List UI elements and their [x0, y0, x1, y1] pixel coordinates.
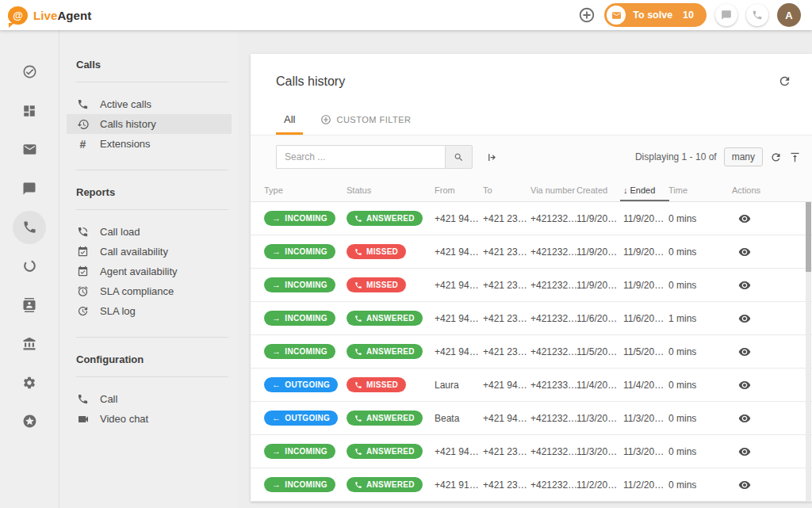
reload-list-button[interactable] [770, 151, 782, 163]
align-top-icon [789, 151, 801, 163]
view-call-button[interactable] [738, 246, 751, 258]
view-call-button[interactable] [738, 279, 751, 292]
menu-item-sla-compliance[interactable]: SLA compliance [67, 281, 232, 301]
add-button[interactable] [578, 6, 596, 24]
search-input[interactable] [276, 145, 445, 169]
cell-ended: 11/3/20… [623, 446, 668, 457]
view-call-button[interactable] [738, 445, 751, 458]
eye-icon [738, 212, 751, 225]
col-time[interactable]: Time [668, 178, 732, 201]
view-call-button[interactable] [738, 212, 751, 225]
rail-calls-button[interactable] [10, 208, 49, 246]
phone-icon [354, 248, 362, 256]
to-solve-count: 10 [683, 10, 694, 21]
menu-item-call-availability[interactable]: Call availability [67, 242, 232, 262]
table-row[interactable]: → INCOMING ANSWERED +421 91… [251, 468, 812, 502]
cell-time: 0 mins [668, 380, 732, 391]
rail-upgrade-button[interactable] [10, 402, 49, 441]
cell-ended: 11/9/20… [623, 213, 668, 224]
cell-ended: 11/9/20… [623, 280, 668, 291]
chat-button[interactable] [715, 4, 737, 26]
envelope-icon [607, 6, 626, 25]
cell-time: 0 mins [668, 479, 732, 491]
menu-item-call-load[interactable]: Call load [67, 222, 232, 242]
cell-from: +421 94… [435, 246, 483, 258]
videocam-icon [76, 413, 90, 426]
table-row[interactable]: → INCOMING ANSWERED +421 94… [251, 335, 812, 369]
rail-status-button[interactable] [10, 246, 49, 285]
cell-from: Laura [435, 380, 483, 391]
menu-item-call[interactable]: Call [67, 389, 232, 409]
menu-item-video-chat[interactable]: Video chat [67, 409, 232, 429]
phone-button[interactable] [746, 4, 768, 26]
col-via-number[interactable]: Via number [530, 178, 576, 201]
tab-custom-filter[interactable]: CUSTOM FILTER [320, 114, 411, 135]
view-call-button[interactable] [738, 312, 751, 325]
col-status[interactable]: Status [347, 178, 435, 201]
view-call-button[interactable] [738, 479, 751, 491]
table-scrollbar[interactable] [806, 202, 811, 502]
status-badge: MISSED [347, 377, 406, 392]
col-type[interactable]: Type [264, 178, 347, 201]
scroll-top-button[interactable] [789, 151, 801, 163]
menu-item-calls-history[interactable]: Calls history [67, 114, 232, 134]
menu-item-sla-log[interactable]: SLA log [67, 301, 232, 321]
menu-item-agent-availability[interactable]: Agent availability [67, 262, 232, 281]
status-badge: ANSWERED [347, 444, 423, 459]
col-from[interactable]: From [435, 178, 483, 201]
table-row[interactable]: ← OUTGOING ANSWERED Beata [251, 402, 812, 435]
rail-contacts-button[interactable] [10, 285, 49, 324]
table-body: → INCOMING ANSWERED +421 94… [251, 202, 812, 502]
menu-item-extensions[interactable]: # Extensions [67, 134, 232, 154]
status-badge: ANSWERED [347, 211, 423, 226]
col-created[interactable]: Created [576, 178, 623, 201]
menu-item-label: SLA compliance [100, 285, 174, 297]
cell-from: +421 91… [435, 479, 483, 491]
type-badge: → INCOMING [264, 244, 335, 259]
cell-time: 0 mins [668, 213, 732, 224]
rail-tasks-button[interactable] [10, 52, 49, 91]
table-row[interactable]: ← OUTGOING MISSED Laura [251, 369, 812, 402]
view-call-button[interactable] [738, 379, 751, 392]
table-row[interactable]: → INCOMING ANSWERED +421 94… [251, 302, 812, 335]
view-call-button[interactable] [738, 412, 751, 425]
rail-dashboard-button[interactable] [10, 91, 49, 130]
col-ended-sorted[interactable]: ↓ Ended [623, 178, 668, 201]
col-to[interactable]: To [483, 178, 530, 201]
tab-bar: All CUSTOM FILTER [276, 113, 812, 135]
cell-via-number: +421232… [530, 413, 576, 424]
cell-status: ANSWERED [347, 311, 435, 326]
brand-logo[interactable]: @ LiveAgent [8, 6, 91, 25]
table-row[interactable]: → INCOMING ANSWERED +421 94… [251, 435, 812, 468]
to-solve-button[interactable]: To solve 10 [604, 3, 707, 27]
divider [76, 209, 228, 210]
direction-arrow-icon: → [272, 314, 281, 323]
cell-type: → INCOMING [264, 277, 347, 292]
phone-icon [76, 98, 90, 110]
rail-chats-button[interactable] [10, 169, 49, 208]
status-badge: ANSWERED [347, 311, 423, 326]
page-size-chip[interactable]: many [724, 147, 763, 166]
avatar[interactable]: A [777, 3, 801, 27]
table-row[interactable]: → INCOMING ANSWERED +421 94… [251, 202, 812, 235]
content-area: Calls history All CUSTOM FILTER [238, 30, 812, 508]
rail-academy-button[interactable] [10, 324, 49, 363]
phone-icon [354, 215, 362, 223]
cell-created: 11/4/20… [576, 380, 623, 391]
table-row[interactable]: → INCOMING MISSED +421 94… [251, 269, 812, 302]
cell-to: +421 23… [483, 246, 530, 258]
scrollbar-thumb[interactable] [806, 202, 811, 272]
cell-from: +421 94… [435, 280, 483, 291]
menu-section-calls: Active calls Calls history # Extensions [76, 94, 228, 154]
expand-filters-button[interactable] [486, 151, 498, 163]
cell-to: +421 23… [483, 213, 530, 224]
cell-actions [732, 379, 812, 392]
rail-tickets-button[interactable] [10, 130, 49, 169]
search-button[interactable] [445, 145, 473, 169]
rail-settings-button[interactable] [10, 363, 49, 402]
view-call-button[interactable] [738, 346, 751, 358]
tab-all[interactable]: All [276, 113, 303, 135]
panel-refresh-button[interactable] [778, 74, 791, 88]
menu-item-active-calls[interactable]: Active calls [67, 94, 232, 114]
table-row[interactable]: → INCOMING MISSED +421 94… [251, 235, 812, 269]
